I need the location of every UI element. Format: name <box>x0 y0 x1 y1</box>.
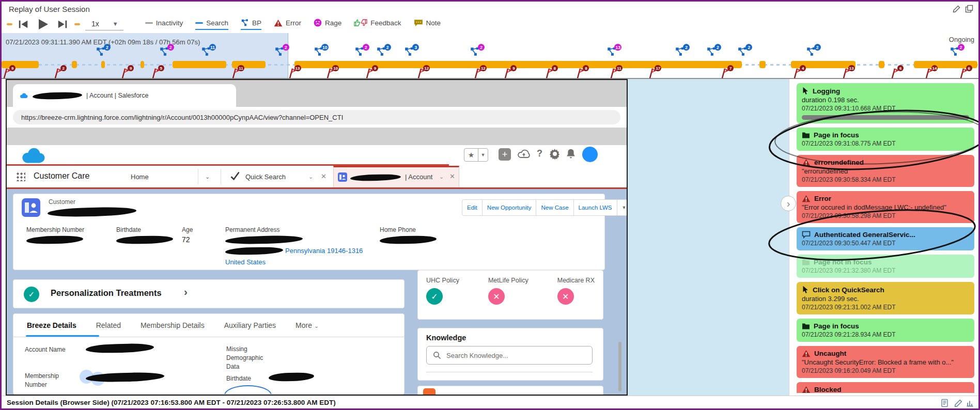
quick-search-close-icon[interactable]: ✕ <box>321 172 326 180</box>
timeline-error-marker[interactable]: 10 <box>325 67 336 78</box>
action-button-new-case[interactable]: New Case <box>536 199 573 216</box>
country-link[interactable]: United States <box>225 258 266 266</box>
timeline-error-marker[interactable]: 9 <box>120 67 131 78</box>
sidebar-expand-button[interactable]: › <box>781 196 796 211</box>
timeline-bp-marker[interactable]: 10 <box>314 46 325 59</box>
event-card-error[interactable]: Error"Error occured in dodMessage LWC:- … <box>797 191 974 223</box>
legend-item-feedback[interactable]: Feedback <box>354 19 401 30</box>
home-dropdown-chevron-icon[interactable]: ⌄ <box>205 174 210 180</box>
timeline-error-marker[interactable]: 11 <box>609 67 619 78</box>
more-actions-dropdown[interactable]: ▼ <box>617 199 628 216</box>
play-button[interactable] <box>35 18 51 31</box>
event-card-blocked[interactable]: Blocked"Error: Blocked a frame with..." <box>797 382 974 393</box>
timeline-bp-marker[interactable]: 3 <box>404 46 415 59</box>
detail-tab-related[interactable]: Related <box>96 321 121 329</box>
nav-tab-quick-search[interactable]: Quick Search <box>245 173 286 181</box>
timeline-bp-rage-marker[interactable]: 2 <box>950 46 961 59</box>
address-link[interactable]: Pennsylvania 19146-1316 <box>285 247 363 255</box>
timeline-bp-rage-marker[interactable]: 13 <box>606 46 618 59</box>
timeline-bp-rage-marker[interactable]: 2 <box>159 46 170 59</box>
timeline-error-marker[interactable]: 6 <box>890 67 900 78</box>
timeline-error-marker[interactable]: 14 <box>924 67 935 78</box>
timeline-bp-rage-marker[interactable]: 2 <box>470 46 481 59</box>
playback-speed-select[interactable]: 1x ▼ <box>85 19 123 30</box>
timeline-bp-rage-marker[interactable]: 2 <box>354 46 366 59</box>
browser-tab[interactable]: | Account | Salesforce <box>13 84 236 107</box>
timeline-bp-marker[interactable]: 2 <box>675 46 686 59</box>
timeline-error-marker[interactable]: 5 <box>151 67 161 78</box>
detail-tab-more[interactable]: More ⌄ <box>295 321 319 329</box>
timeline-error-marker[interactable]: 7 <box>720 67 730 78</box>
event-card-logging[interactable]: Loggingduration 0.198 sec.07/21/2023 09:… <box>797 83 974 123</box>
event-card-page-not-in-focus[interactable]: Page not in focus07/21/2023 09:21:32.380… <box>797 255 974 278</box>
legend-item-inactivity[interactable]: Inactivity <box>145 19 183 30</box>
timeline-error-marker[interactable]: 12 <box>416 67 427 78</box>
action-button-new-opportunity[interactable]: New Opportunity <box>483 199 537 216</box>
popout-window-icon[interactable] <box>965 5 973 15</box>
skip-to-start-button[interactable] <box>15 18 31 31</box>
favorites-dropdown-icon[interactable]: ▼ <box>478 149 488 161</box>
timeline-error-marker[interactable]: 9 <box>2 67 12 78</box>
help-icon[interactable]: ? <box>537 148 542 159</box>
account-tab-chevron-icon[interactable]: ⌄ <box>439 174 444 180</box>
legend-item-search[interactable]: Search <box>195 19 228 30</box>
legend-item-rage[interactable]: Rage <box>314 19 341 30</box>
timeline-trim-start-handle[interactable] <box>7 23 12 25</box>
quick-search-chevron-icon[interactable]: ⌄ <box>308 174 313 180</box>
favorites-control[interactable]: ★ ▼ <box>464 148 488 162</box>
trailhead-cloud-icon[interactable] <box>517 148 531 161</box>
knowledge-search-input[interactable]: Search Knowledge... <box>426 346 593 365</box>
timeline-error-marker[interactable]: 2 <box>53 67 64 78</box>
event-card-page-in-focus[interactable]: Page in focus07/21/2023 09:21:28.934 AM … <box>797 319 974 342</box>
timeline-bp-marker[interactable]: 2 <box>96 46 107 59</box>
legend-item-note[interactable]: Note <box>414 19 441 30</box>
account-tab-close-icon[interactable]: ✕ <box>449 172 455 180</box>
app-launcher-waffle-icon[interactable] <box>16 172 25 181</box>
timeline-bp-rage-marker[interactable]: 2 <box>274 46 286 59</box>
event-card-click-on-quicksearch[interactable]: Click on QuickSearchduration 3.299 sec.0… <box>797 282 974 314</box>
event-card-errorundefined[interactable]: errorundefined"errorundefined"07/21/2023… <box>797 155 974 187</box>
user-avatar[interactable] <box>582 147 598 162</box>
skip-to-end-button[interactable] <box>55 18 70 31</box>
page-scrollbar-thumb[interactable] <box>618 342 621 391</box>
timeline-bp-marker[interactable]: 2 <box>376 46 387 59</box>
timeline-error-marker[interactable]: 8 <box>575 67 586 78</box>
event-card-uncaught[interactable]: Uncaught"Uncaught SecurityError: Blocked… <box>797 346 974 378</box>
timeline-error-marker[interactable]: 11 <box>231 67 241 78</box>
nav-tab-home[interactable]: Home <box>131 173 149 181</box>
notes-document-icon[interactable] <box>941 399 950 409</box>
timeline-error-marker[interactable]: 12 <box>473 67 484 78</box>
notifications-bell-icon[interactable] <box>566 148 576 160</box>
detail-tab-membership-details[interactable]: Membership Details <box>141 321 205 329</box>
personalization-treatments-card[interactable]: ✓ Personalization Treatments › <box>13 279 405 308</box>
timeline-error-marker[interactable]: 6 <box>959 67 969 78</box>
action-button-edit[interactable]: Edit <box>462 199 483 216</box>
timeline-error-marker[interactable]: 9 <box>365 67 375 78</box>
nav-tab-account-active[interactable]: | Account ⌄ ✕ <box>333 166 459 187</box>
detail-tab-breeze-details[interactable]: Breeze Details <box>27 321 76 329</box>
edit-icon[interactable] <box>953 5 961 15</box>
timeline-error-marker[interactable]: 9 <box>503 67 514 78</box>
event-card-authenticated-generalservic[interactable]: Authenticated GeneralServic...07/21/2023… <box>797 227 974 250</box>
timeline-bp-marker[interactable]: 2 <box>737 46 749 59</box>
legend-item-bp[interactable]: BP <box>241 19 261 30</box>
favorite-star-icon[interactable]: ★ <box>464 149 478 161</box>
footer-chart-icon[interactable] <box>966 399 974 409</box>
timeline-error-marker[interactable]: 17 <box>648 67 658 78</box>
legend-item-error[interactable]: Error <box>274 19 301 30</box>
timeline-trim-end-handle[interactable] <box>74 23 80 25</box>
action-button-launch-lws[interactable]: Launch LWS <box>574 199 617 216</box>
url-bar[interactable]: https://breeze-crm.lightning.force.com/l… <box>13 110 620 124</box>
timeline-error-marker[interactable]: 13 <box>842 67 852 78</box>
expand-chevron-icon[interactable]: › <box>184 286 188 298</box>
timeline-bp-marker[interactable]: 11 <box>201 46 212 59</box>
timeline-error-marker[interactable]: 13 <box>288 67 298 78</box>
timeline-error-marker[interactable]: 8 <box>545 67 555 78</box>
detail-tab-auxiliary-parties[interactable]: Auxiliary Parties <box>224 321 276 329</box>
global-add-icon[interactable]: + <box>499 148 511 161</box>
event-card-page-in-focus[interactable]: Page in focus07/21/2023 09:31:08.775 AM … <box>797 128 974 151</box>
footer-edit-icon[interactable] <box>954 399 963 409</box>
setup-gear-icon[interactable] <box>549 148 561 160</box>
timeline-bp-marker[interactable]: 2 <box>806 46 817 59</box>
timeline-bp-marker[interactable]: 2 <box>706 46 718 59</box>
